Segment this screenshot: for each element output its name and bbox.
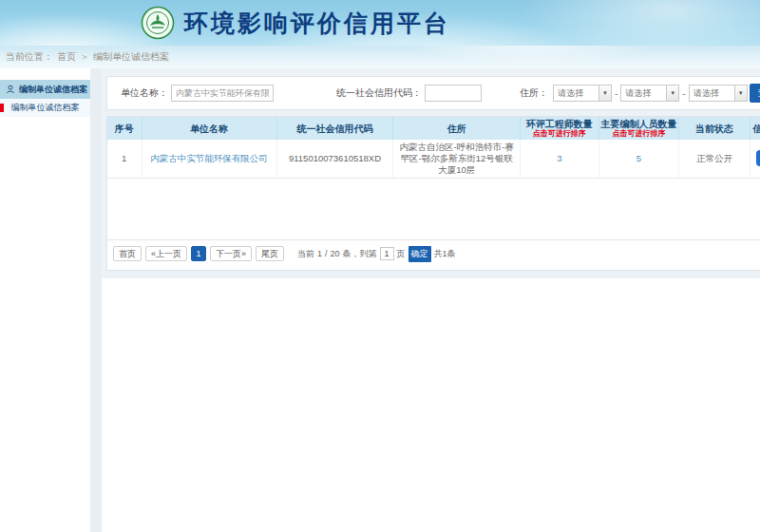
chevron-down-icon[interactable]: ▼	[598, 86, 611, 101]
chevron-down-icon[interactable]: ▼	[666, 86, 678, 101]
table-header-row: 序号 单位名称 统一社会信用代码 住所 环评工程师数量 点击可进行排序 主要编制…	[107, 117, 760, 140]
page: 环境影响评价信用平台 当前位置： 首页 ＞ 编制单位诚信档案 编制单位诚信档案 …	[0, 0, 760, 532]
col-engineer-count-sort[interactable]: 环评工程师数量 点击可进行排序	[520, 117, 598, 140]
cell-address: 内蒙古自治区-呼和浩特市-赛罕区-鄂尔多斯东街12号银联大厦10层	[393, 140, 521, 178]
name-label: 单位名称：	[121, 86, 168, 100]
pager-info: 当前 1 / 20 条，到第 页 确定 共1条	[297, 246, 456, 262]
active-marker	[0, 104, 4, 112]
sort-hint: 点击可进行排序	[599, 130, 679, 139]
page-1-button[interactable]: 1	[191, 246, 206, 261]
chevron-down-icon[interactable]: ▼	[734, 86, 747, 101]
credit-code-input[interactable]	[425, 85, 482, 102]
cell-credit-code: 9115010073610518XD	[276, 140, 393, 178]
detail-button[interactable]: 详情	[756, 150, 760, 166]
address-label: 住所：	[520, 86, 548, 100]
staff-count-link[interactable]: 5	[636, 153, 641, 163]
app-header: 环境影响评价信用平台	[0, 0, 760, 46]
breadcrumb-home-link[interactable]: 首页	[57, 50, 76, 64]
query-button[interactable]: 查询	[750, 84, 760, 103]
sort-hint: 点击可进行排序	[521, 130, 598, 139]
pager-current-page: 1	[317, 249, 322, 258]
table-row: 1 内蒙古中实节能环保有限公司 9115010073610518XD 内蒙古自治…	[107, 140, 760, 178]
pager-total-count: 共1条	[434, 248, 456, 260]
breadcrumb-separator: ＞	[80, 50, 89, 64]
person-icon	[6, 85, 15, 94]
pager-current-label: 当前	[297, 248, 314, 260]
pager-total-pages: 20	[331, 249, 340, 258]
select-separator: -	[682, 88, 685, 99]
pager-separator: /	[325, 249, 328, 258]
credit-code-label: 统一社会信用代码：	[336, 86, 422, 100]
table-empty-space	[107, 179, 760, 239]
col-credit-code: 统一社会信用代码	[276, 117, 393, 140]
prev-page-button[interactable]: «上一页	[145, 246, 187, 261]
sidebar-item-archives[interactable]: 编制单位诚信档案	[0, 99, 90, 117]
col-credit-record: 信用记录	[750, 117, 760, 140]
cell-index: 1	[107, 140, 142, 178]
sidebar-item-label: 编制单位诚信档案	[11, 102, 80, 114]
sidebar-group-label: 编制单位诚信档案	[19, 84, 87, 96]
breadcrumb-current: 编制单位诚信档案	[93, 50, 169, 64]
first-page-button[interactable]: 首页	[113, 246, 142, 261]
pager-goto-label: 条，到第	[343, 248, 377, 260]
sidebar-gutter	[90, 68, 102, 532]
sidebar-group-archives[interactable]: 编制单位诚信档案	[0, 80, 90, 99]
app-title: 环境影响评价信用平台	[184, 8, 450, 39]
col-index: 序号	[107, 117, 142, 140]
company-name-link[interactable]: 内蒙古中实节能环保有限公司	[150, 153, 268, 163]
province-select[interactable]: 请选择 ▼	[553, 85, 612, 102]
content-wrap: 单位名称： 统一社会信用代码： 住所： 请选择 ▼ - 请选择 ▼ -	[102, 68, 760, 278]
goto-page-input[interactable]	[380, 247, 394, 260]
col-company-name: 单位名称	[142, 117, 276, 140]
breadcrumb: 当前位置： 首页 ＞ 编制单位诚信档案	[0, 46, 760, 68]
col-status: 当前状态	[679, 117, 750, 140]
city-select[interactable]: 请选择 ▼	[620, 85, 679, 102]
engineer-count-link[interactable]: 3	[557, 153, 561, 163]
search-form: 单位名称： 统一社会信用代码： 住所： 请选择 ▼ - 请选择 ▼ -	[106, 76, 760, 110]
company-name-input[interactable]	[171, 85, 274, 102]
select-separator: -	[615, 88, 618, 99]
sidebar: 编制单位诚信档案 编制单位诚信档案	[0, 68, 90, 532]
last-page-button[interactable]: 尾页	[256, 246, 284, 261]
main-content: 单位名称： 统一社会信用代码： 住所： 请选择 ▼ - 请选择 ▼ -	[102, 68, 760, 532]
next-page-button[interactable]: 下一页»	[210, 246, 252, 261]
district-select[interactable]: 请选择 ▼	[689, 85, 748, 102]
mee-logo-icon	[141, 6, 175, 40]
results-table: 序号 单位名称 统一社会信用代码 住所 环评工程师数量 点击可进行排序 主要编制…	[107, 117, 760, 179]
results-panel: 序号 单位名称 统一社会信用代码 住所 环评工程师数量 点击可进行排序 主要编制…	[106, 116, 760, 271]
pager-page-unit: 页	[397, 248, 406, 260]
pagination: 首页 «上一页 1 下一页» 尾页 当前 1 / 20 条，到第 页	[107, 240, 760, 270]
goto-confirm-button[interactable]: 确定	[408, 246, 431, 262]
col-address: 住所	[393, 117, 521, 140]
col-staff-count-sort[interactable]: 主要编制人员数量 点击可进行排序	[598, 117, 679, 140]
cell-status: 正常公开	[679, 140, 750, 178]
breadcrumb-prefix: 当前位置：	[6, 50, 53, 64]
